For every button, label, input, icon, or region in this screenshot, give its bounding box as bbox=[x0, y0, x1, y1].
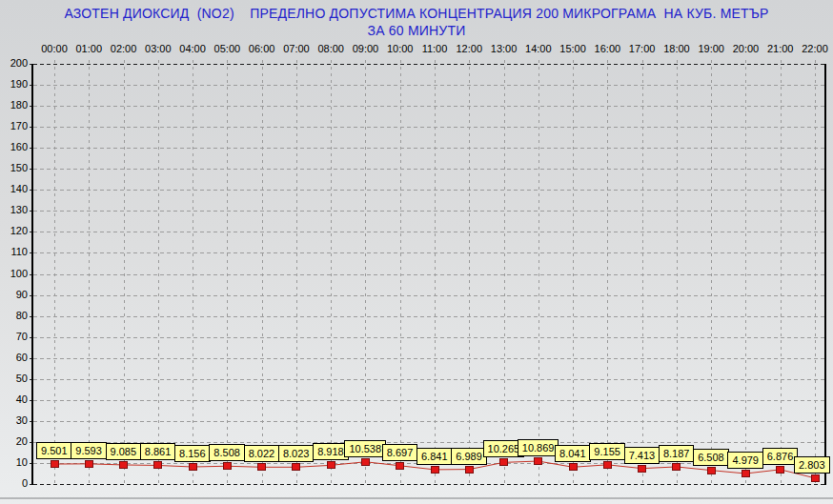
point-value-label: 9.085 bbox=[106, 443, 142, 460]
point-value-label: 8.861 bbox=[140, 443, 176, 460]
data-point-marker bbox=[257, 463, 266, 471]
point-value-label: 10.538 bbox=[344, 440, 386, 457]
point-value-label: 8.918 bbox=[313, 443, 349, 460]
series-line bbox=[0, 0, 833, 504]
data-point-marker bbox=[603, 461, 612, 469]
data-point-marker bbox=[465, 466, 474, 474]
point-value-label: 8.508 bbox=[209, 444, 245, 461]
no2-hourly-concentration-chart: АЗОТЕН ДИОКСИД (NO2) ПРЕДЕЛНО ДОПУСТИМА … bbox=[0, 0, 833, 504]
data-point-marker bbox=[811, 474, 820, 482]
data-point-marker bbox=[742, 470, 750, 477]
data-point-marker bbox=[189, 463, 197, 471]
point-value-label: 4.979 bbox=[727, 452, 763, 469]
data-point-marker bbox=[776, 466, 784, 474]
data-point-marker bbox=[153, 461, 162, 469]
data-point-marker bbox=[85, 460, 93, 468]
data-point-marker bbox=[51, 460, 59, 468]
data-point-marker bbox=[361, 458, 370, 466]
point-value-label: 8.697 bbox=[382, 444, 418, 461]
point-value-label: 10.869 bbox=[518, 439, 559, 456]
point-value-label: 8.022 bbox=[244, 445, 280, 462]
point-value-label: 6.989 bbox=[451, 448, 487, 465]
data-point-marker bbox=[223, 462, 232, 470]
point-value-label: 8.156 bbox=[174, 445, 211, 462]
data-point-marker bbox=[672, 463, 681, 471]
data-point-marker bbox=[707, 467, 716, 474]
data-point-marker bbox=[327, 461, 335, 469]
data-point-marker bbox=[638, 465, 646, 473]
point-value-label: 6.841 bbox=[416, 448, 453, 465]
point-value-label: 8.187 bbox=[659, 445, 695, 462]
data-point-marker bbox=[292, 463, 300, 471]
point-value-label: 8.023 bbox=[278, 445, 315, 462]
data-point-marker bbox=[534, 457, 542, 465]
point-value-label: 9.501 bbox=[36, 442, 72, 459]
data-point-marker bbox=[431, 466, 439, 474]
data-point-marker bbox=[396, 462, 404, 470]
bottom-bevel-divider bbox=[0, 497, 833, 499]
point-value-label: 2.803 bbox=[794, 456, 830, 474]
data-point-marker bbox=[569, 463, 578, 471]
point-value-label: 9.155 bbox=[589, 443, 625, 460]
point-value-label: 8.041 bbox=[555, 445, 591, 462]
point-value-label: 7.413 bbox=[624, 447, 660, 464]
point-value-label: 6.876 bbox=[762, 448, 799, 465]
data-point-marker bbox=[499, 458, 508, 466]
point-value-label: 6.508 bbox=[693, 449, 729, 466]
data-point-marker bbox=[119, 461, 128, 469]
point-value-label: 9.593 bbox=[71, 442, 107, 459]
